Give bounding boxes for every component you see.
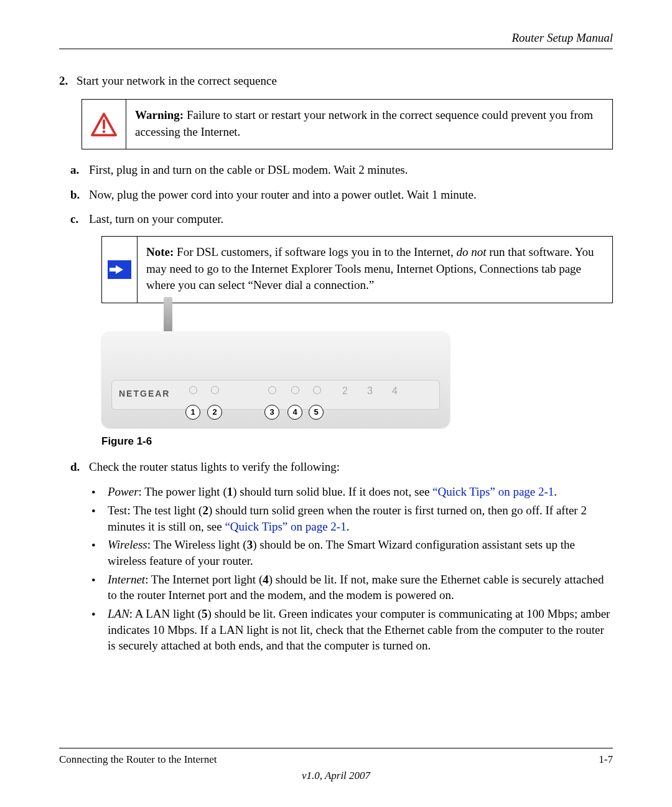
step-number: 2. bbox=[59, 74, 77, 88]
figure-callout: 4 bbox=[287, 405, 302, 420]
led-power bbox=[189, 386, 197, 394]
substep-letter: d. bbox=[70, 459, 89, 475]
link-quick-tips[interactable]: “Quick Tips” on page 2-1 bbox=[225, 520, 346, 533]
note-label: Note: bbox=[146, 245, 174, 258]
bullet-marker: • bbox=[91, 503, 108, 534]
figure-callout: 1 bbox=[185, 405, 200, 420]
lan-num: 3 bbox=[367, 385, 373, 397]
bullet-em: Power bbox=[108, 485, 139, 498]
link-quick-tips[interactable]: “Quick Tips” on page 2-1 bbox=[432, 485, 554, 498]
note-arrow-icon bbox=[108, 260, 131, 279]
substep-text: Check the router status lights to verify… bbox=[89, 459, 340, 475]
header-title: Router Setup Manual bbox=[59, 31, 613, 45]
note-em: do not bbox=[456, 245, 486, 258]
substep-c: c. Last, turn on your computer. bbox=[70, 211, 613, 227]
bullet-marker: • bbox=[91, 606, 108, 654]
substep-b: b. Now, plug the power cord into your ro… bbox=[70, 187, 613, 203]
bullet-test: • Test: The test light (2) should turn s… bbox=[91, 503, 613, 534]
footer-section: Connecting the Router to the Internet bbox=[59, 753, 217, 766]
router-antenna bbox=[164, 297, 172, 331]
substep-letter: a. bbox=[70, 162, 89, 178]
bullet-em: Wireless bbox=[108, 538, 147, 551]
warning-body: Failure to start or restart your network… bbox=[135, 108, 593, 138]
led-wireless bbox=[268, 386, 276, 394]
header-rule bbox=[59, 49, 613, 49]
footer-rule bbox=[59, 748, 613, 748]
note-text: Note: For DSL customers, if software log… bbox=[138, 237, 612, 303]
warning-text: Warning: Failure to start or restart you… bbox=[126, 100, 612, 149]
substep-text: First, plug in and turn on the cable or … bbox=[89, 162, 408, 178]
substep-text: Now, plug the power cord into your route… bbox=[89, 187, 477, 203]
step-text: Start your network in the correct sequen… bbox=[77, 74, 613, 88]
led-test bbox=[211, 386, 219, 394]
router-image: NETGEAR 2 3 4 1 2 3 4 5 bbox=[101, 331, 450, 428]
bullet-lan: • LAN: A LAN light (5) should be lit. Gr… bbox=[91, 606, 613, 654]
footer-version: v1.0, April 2007 bbox=[59, 770, 613, 782]
note-icon-cell bbox=[102, 237, 138, 303]
bullet-power: • Power: The power light (1) should turn… bbox=[91, 484, 613, 501]
substep-letter: c. bbox=[70, 211, 89, 227]
substep-a: a. First, plug in and turn on the cable … bbox=[70, 162, 613, 178]
svg-point-2 bbox=[103, 130, 105, 133]
bullet-marker: • bbox=[91, 484, 108, 501]
footer-page: 1-7 bbox=[599, 753, 613, 766]
bullet-em: LAN bbox=[108, 607, 129, 620]
led-internet bbox=[291, 386, 299, 394]
warning-label: Warning: bbox=[135, 108, 184, 121]
bullet-em: Internet bbox=[108, 573, 145, 586]
figure-callout: 5 bbox=[309, 405, 324, 420]
substep-d: d. Check the router status lights to ver… bbox=[70, 459, 613, 475]
figure-caption: Figure 1-6 bbox=[101, 435, 613, 448]
step-2: 2. Start your network in the correct seq… bbox=[59, 74, 613, 88]
note-line1: For DSL customers, if software logs you … bbox=[174, 245, 456, 258]
figure-callout: 2 bbox=[207, 405, 222, 420]
note-box: Note: For DSL customers, if software log… bbox=[101, 236, 613, 303]
figure-block: NETGEAR 2 3 4 1 2 3 4 5 Figure 1-6 bbox=[101, 331, 613, 448]
bullet-marker: • bbox=[91, 537, 108, 569]
figure-callout: 3 bbox=[264, 405, 279, 420]
router-brand-label: NETGEAR bbox=[119, 389, 170, 399]
lan-num: 4 bbox=[392, 385, 398, 397]
bullet-marker: • bbox=[91, 572, 108, 603]
bullet-wireless: • Wireless: The Wireless light (3) shoul… bbox=[91, 537, 613, 569]
substep-text: Last, turn on your computer. bbox=[89, 211, 223, 227]
led-lan1 bbox=[313, 386, 321, 394]
warning-icon-cell bbox=[82, 100, 126, 149]
footer: Connecting the Router to the Internet 1-… bbox=[59, 748, 613, 782]
warning-triangle-icon bbox=[91, 113, 117, 136]
lan-num: 2 bbox=[342, 385, 348, 397]
substep-letter: b. bbox=[70, 187, 89, 203]
bullet-internet: • Internet: The Internet port light (4) … bbox=[91, 572, 613, 603]
warning-box: Warning: Failure to start or restart you… bbox=[82, 99, 613, 149]
